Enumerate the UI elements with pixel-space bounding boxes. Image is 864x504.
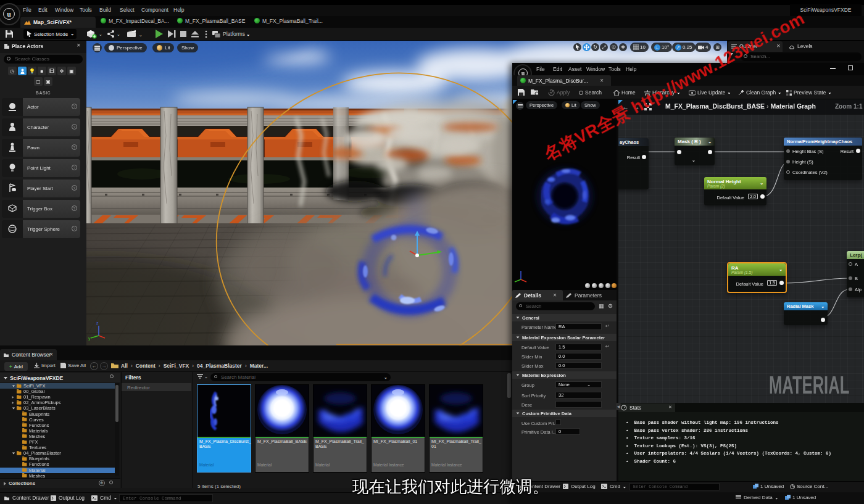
svg-text:y: y xyxy=(88,336,91,341)
svg-text:z: z xyxy=(96,321,99,325)
svg-text:⌄: ⌄ xyxy=(139,33,143,37)
svg-text:⌄: ⌄ xyxy=(117,32,120,36)
svg-text:⌄: ⌄ xyxy=(99,32,102,36)
